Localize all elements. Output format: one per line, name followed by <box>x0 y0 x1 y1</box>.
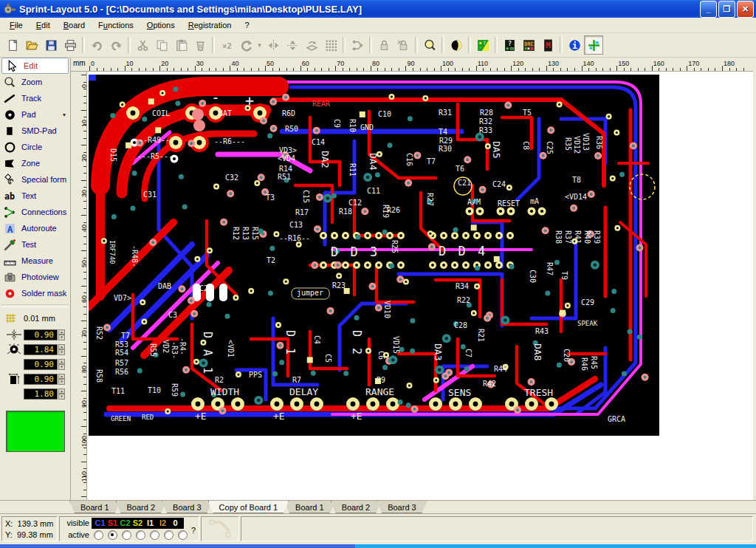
layer-help-icon[interactable]: ? <box>191 526 196 535</box>
board-tab-5[interactable]: Board 2 <box>331 501 382 513</box>
connections-icon[interactable] <box>348 35 367 55</box>
pad-outer-value[interactable]: 1.84 <box>24 344 58 355</box>
menu-item-board[interactable]: Board <box>57 19 92 31</box>
menu-item-functions[interactable]: Functions <box>92 19 140 31</box>
photoview-icon[interactable] <box>447 35 466 55</box>
test-icon[interactable]: ? <box>500 35 519 55</box>
pad-dropdown-icon[interactable]: ▾ <box>63 112 66 118</box>
layer-radio-0[interactable] <box>178 530 188 540</box>
print-icon[interactable] <box>61 35 80 55</box>
pad-hole <box>250 290 252 292</box>
drc-icon[interactable]: DRC <box>519 35 538 55</box>
track-width-spinner[interactable]: ▲▼ <box>58 329 65 340</box>
sidebar-item-text[interactable]: ab|Text <box>0 188 70 204</box>
board-tab-active[interactable]: Copy of Board 1 <box>208 501 289 513</box>
sidebar-item-edit[interactable]: Edit <box>1 58 69 74</box>
horizontal-ruler: 0102030405060708090100110120130140150160… <box>87 59 753 72</box>
layer-radio-I1[interactable] <box>150 530 159 540</box>
cut-icon[interactable] <box>133 35 152 55</box>
ruler-tick <box>715 68 715 71</box>
pad-drill-value[interactable]: 0.90 <box>24 359 58 370</box>
mirror-vertical-icon[interactable] <box>283 35 302 55</box>
sidebar-item-pad[interactable]: Pad▾ <box>0 106 70 123</box>
layer-toggle-S1[interactable]: S1 <box>106 518 119 527</box>
silkscreen-label: T5 <box>523 109 532 117</box>
menu-item-?[interactable]: ? <box>238 19 255 31</box>
board-tab-1[interactable]: Board 2 <box>116 501 167 513</box>
layer-radio-S1[interactable] <box>108 530 117 540</box>
layer-radio-S2[interactable] <box>136 530 145 540</box>
grid-value[interactable]: 0.01 mm <box>24 314 55 323</box>
pcb-board[interactable]: -+COILBATREARR6DC10R31R28R32R33T5R50GNDT… <box>89 75 659 436</box>
sidebar-item-autoroute[interactable]: AAutoroute <box>0 220 70 236</box>
crosshair-icon[interactable] <box>584 35 603 55</box>
rotate-icon[interactable] <box>236 35 255 55</box>
layer-color-swatch[interactable] <box>6 411 65 452</box>
sidebar-item-smd-pad[interactable]: SMD-Pad <box>0 123 70 139</box>
layer-radio-C2[interactable] <box>122 530 131 540</box>
info-icon[interactable]: i <box>565 35 584 55</box>
menu-item-registration[interactable]: Registration <box>182 19 238 31</box>
board-tab-0[interactable]: Board 1 <box>69 501 120 513</box>
zoom-icon[interactable] <box>420 35 439 55</box>
ruler-tick <box>645 68 645 71</box>
pad-outer-spinner[interactable]: ▲▼ <box>58 344 65 355</box>
paste-icon[interactable] <box>171 35 190 55</box>
delete-icon[interactable] <box>190 35 210 55</box>
duplicate-x2-icon[interactable]: ×2 <box>217 35 236 55</box>
rotate-dropdown-icon[interactable]: ▼ <box>255 36 264 54</box>
menu-item-edit[interactable]: Edit <box>30 19 57 31</box>
menu-item-file[interactable]: File <box>3 19 30 31</box>
new-icon[interactable] <box>3 35 22 55</box>
grid-icon[interactable] <box>4 312 19 324</box>
board-tab-6[interactable]: Board 3 <box>377 501 427 513</box>
smd-height-spinner[interactable]: ▲▼ <box>58 388 65 400</box>
board-tab-4[interactable]: Board 1 <box>284 501 335 513</box>
ground-plane-icon[interactable] <box>321 35 340 55</box>
minimize-button[interactable]: _ <box>700 1 717 18</box>
mirror-horizontal-icon[interactable] <box>264 35 283 55</box>
layer-radio-C1[interactable] <box>94 530 103 540</box>
close-button[interactable]: ✕ <box>737 1 754 18</box>
layer-toggle-I2[interactable]: I2 <box>157 518 169 527</box>
pad-hole <box>213 111 219 116</box>
lock-grid-icon[interactable] <box>394 35 413 55</box>
menu-item-options[interactable]: Options <box>140 19 182 31</box>
pad-hole <box>121 103 123 106</box>
macro-icon[interactable]: M <box>538 35 557 55</box>
board-origin-marker <box>89 75 96 81</box>
layer-toggle-I1[interactable]: I1 <box>144 518 157 527</box>
sidebar-item-zone[interactable]: Zone <box>0 155 70 171</box>
sidebar-item-test[interactable]: Test <box>0 236 70 253</box>
pad-drill-spinner[interactable]: ▲▼ <box>58 359 65 370</box>
sidebar-item-photoview[interactable]: Photoview <box>0 269 70 285</box>
save-icon[interactable] <box>41 35 61 55</box>
layout-canvas[interactable]: -+COILBATREARR6DC10R31R28R32R33T5R50GNDT… <box>87 72 753 500</box>
autoroute-icon[interactable]: ? <box>473 35 492 55</box>
lock-icon[interactable] <box>374 35 394 55</box>
sidebar-item-measure[interactable]: Measure <box>0 253 70 269</box>
layer-toggle-C1[interactable]: C1 <box>94 518 106 527</box>
undo-icon[interactable] <box>87 35 106 55</box>
sidebar-item-connections[interactable]: Connections <box>0 204 70 220</box>
sidebar-item-track[interactable]: Track <box>0 90 70 106</box>
sidebar-item-zoom[interactable]: Zoom <box>0 74 70 90</box>
smd-width-value[interactable]: 0.90 <box>24 374 58 385</box>
redo-icon[interactable] <box>106 35 126 55</box>
layer-toggle-C2[interactable]: C2 <box>119 518 131 527</box>
board-tab-2[interactable]: Board 3 <box>162 501 213 513</box>
restore-button[interactable]: ❐ <box>718 1 735 18</box>
layer-toggle-0[interactable]: 0 <box>169 518 182 527</box>
open-icon[interactable] <box>22 35 41 55</box>
copy-icon[interactable] <box>152 35 171 55</box>
flip-board-icon[interactable] <box>302 35 321 55</box>
track-width-value[interactable]: 0.90 <box>24 329 58 340</box>
smd-height-value[interactable]: 1.80 <box>24 388 58 400</box>
sidebar-item-circle[interactable]: Circle <box>0 139 70 155</box>
pad-hole <box>377 306 380 309</box>
smd-width-spinner[interactable]: ▲▼ <box>58 374 65 385</box>
layer-radio-I2[interactable] <box>164 530 173 540</box>
sidebar-item-special-form[interactable]: Special form <box>0 171 70 188</box>
sidebar-item-solder-mask[interactable]: Solder mask <box>0 285 70 301</box>
layer-toggle-S2[interactable]: S2 <box>131 518 144 527</box>
